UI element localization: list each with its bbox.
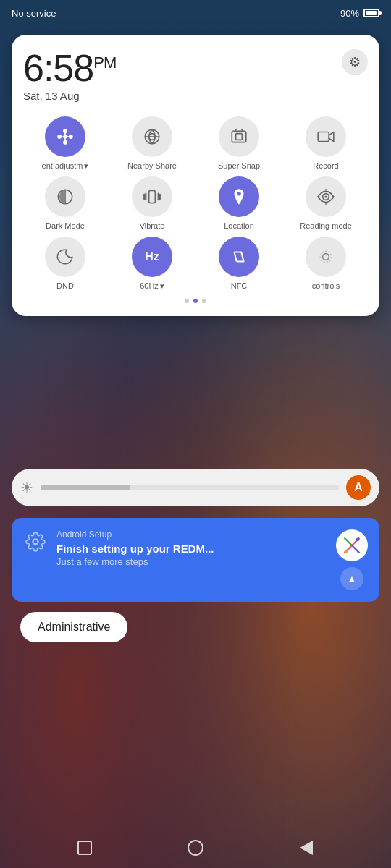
record-label: Record xyxy=(313,161,338,171)
nearby-share-icon xyxy=(143,127,161,146)
location-label: Location xyxy=(224,221,254,231)
controls-icon xyxy=(316,247,335,266)
brightness-icon-circle xyxy=(45,116,85,157)
home-button[interactable] xyxy=(185,838,206,858)
toggle-location[interactable]: Location xyxy=(197,176,281,231)
user-avatar[interactable]: A xyxy=(346,475,371,500)
recents-button[interactable] xyxy=(75,838,95,858)
reading-label: Reading mode xyxy=(300,221,352,231)
notification-card[interactable]: Android Setup Finish setting up your RED… xyxy=(12,518,379,602)
nearby-icon-circle xyxy=(132,116,172,157)
toggle-brightness[interactable]: ent adjustm ▾ xyxy=(23,116,107,171)
notification-app-name: Android Setup xyxy=(56,529,327,540)
battery-percentage: 90% xyxy=(340,8,359,19)
toggle-reading[interactable]: Reading mode xyxy=(284,176,368,231)
notification-body: Just a few more steps xyxy=(56,556,327,567)
brightness-track[interactable] xyxy=(41,485,339,490)
toggle-nfc[interactable]: NFC xyxy=(197,237,281,291)
battery-icon xyxy=(363,9,379,17)
controls-label: controls xyxy=(312,281,340,291)
brightness-sun-icon: ☀ xyxy=(20,479,33,496)
record-icon xyxy=(316,127,335,146)
wand-icon xyxy=(342,535,362,556)
reading-mode-icon xyxy=(316,187,335,206)
status-bar: No service 90% xyxy=(0,0,391,26)
time-hours: 6:58 xyxy=(23,47,93,89)
page-dot-2[interactable] xyxy=(193,299,198,303)
settings-gear-button[interactable]: ⚙ xyxy=(342,49,368,75)
dnd-icon xyxy=(56,247,75,266)
fan-icon xyxy=(56,127,75,146)
svg-point-0 xyxy=(63,135,67,138)
network-status: No service xyxy=(12,8,56,19)
page-dot-1[interactable] xyxy=(185,299,189,303)
back-icon xyxy=(300,841,313,855)
toggle-supersnap[interactable]: Super Snap xyxy=(197,116,281,171)
toggle-record[interactable]: Record xyxy=(284,116,368,171)
supersnap-label: Super Snap xyxy=(218,161,260,171)
controls-icon-circle xyxy=(306,237,346,277)
location-icon xyxy=(230,187,248,206)
recents-icon xyxy=(77,841,92,855)
nfc-label: NFC xyxy=(231,281,248,291)
dnd-label: DND xyxy=(56,281,74,291)
toggle-refresh-rate[interactable]: Hz 60Hz ▾ xyxy=(110,237,194,291)
quick-settings-panel: 6:58PM ⚙ Sat, 13 Aug ent adjustm ▾ xyxy=(12,35,379,316)
bottom-nav xyxy=(0,827,391,868)
dark-mode-icon xyxy=(56,187,75,206)
notification-content: Android Setup Finish setting up your RED… xyxy=(56,529,327,567)
notification-actions: ▲ xyxy=(336,529,368,590)
dnd-icon-circle xyxy=(45,237,85,277)
brightness-bar: ☀ A xyxy=(12,469,379,506)
toggle-dnd[interactable]: DND xyxy=(23,237,107,291)
svg-line-22 xyxy=(345,538,353,546)
toggle-controls[interactable]: controls xyxy=(284,237,368,291)
toggle-darkmode[interactable]: Dark Mode xyxy=(23,176,107,231)
svg-point-11 xyxy=(237,192,240,195)
nearby-label: Nearby Share xyxy=(127,161,177,171)
toggle-vibrate[interactable]: Vibrate xyxy=(110,176,194,231)
nfc-icon-circle xyxy=(219,237,259,277)
brightness-label: ent adjustm ▾ xyxy=(42,161,89,171)
darkmode-icon-circle xyxy=(45,176,85,217)
toggle-nearby[interactable]: Nearby Share xyxy=(110,116,194,171)
battery-status: 90% xyxy=(340,8,379,19)
administrative-button[interactable]: Administrative xyxy=(20,612,127,642)
darkmode-label: Dark Mode xyxy=(46,221,85,231)
page-indicators xyxy=(23,299,368,303)
clock: 6:58PM xyxy=(23,49,116,87)
page-dot-3[interactable] xyxy=(202,299,206,303)
svg-rect-4 xyxy=(318,132,329,142)
time-row: 6:58PM ⚙ xyxy=(23,49,368,87)
svg-point-19 xyxy=(320,252,331,263)
reading-icon-circle xyxy=(306,176,346,217)
back-button[interactable] xyxy=(296,838,316,858)
svg-point-23 xyxy=(356,538,360,542)
svg-line-25 xyxy=(352,545,360,553)
supersnap-icon-circle xyxy=(219,116,259,157)
svg-point-13 xyxy=(324,196,327,198)
expand-notification-button[interactable]: ▲ xyxy=(340,567,363,590)
gear-settings-icon xyxy=(25,532,46,552)
time-period: PM xyxy=(93,54,116,72)
notification-title: Finish setting up your REDM... xyxy=(56,542,327,555)
record-icon-circle xyxy=(306,116,346,157)
magic-wand-icon[interactable] xyxy=(336,529,368,561)
svg-rect-3 xyxy=(236,134,243,140)
svg-point-20 xyxy=(33,540,38,545)
hz-text: Hz xyxy=(145,250,159,263)
super-snap-icon xyxy=(230,127,248,146)
home-icon xyxy=(188,840,203,856)
svg-rect-6 xyxy=(149,191,156,203)
svg-rect-2 xyxy=(232,131,246,142)
refresh-rate-icon-circle: Hz xyxy=(132,237,172,277)
android-setup-icon xyxy=(23,529,48,554)
svg-point-24 xyxy=(345,550,348,553)
vibrate-icon xyxy=(143,187,161,206)
svg-point-18 xyxy=(323,254,329,260)
location-icon-circle xyxy=(219,176,259,217)
date-display: Sat, 13 Aug xyxy=(23,90,368,102)
vibrate-label: Vibrate xyxy=(140,221,165,231)
refresh-rate-label: 60Hz ▾ xyxy=(140,281,164,291)
brightness-fill xyxy=(41,485,130,490)
